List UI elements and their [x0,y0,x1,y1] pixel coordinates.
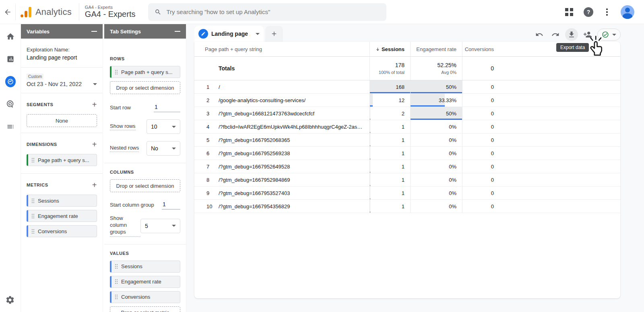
analytics-logo[interactable]: Analytics [15,4,79,20]
totals-engagement-sub: Avg 0% [441,70,456,75]
tab-settings-header: Tab Settings [104,24,186,39]
table-row[interactable]: 9/?gtm_debug=166795352740310%0 [194,187,620,200]
conversions-cell: 0 [462,120,500,133]
undo-button[interactable] [533,28,546,41]
nav-explore-active[interactable] [5,76,16,87]
conversions-cell: 0 [462,160,500,173]
conversions-cell: 0 [462,200,500,213]
date-custom-badge: Custom [27,74,43,80]
more-menu-icon[interactable] [604,8,610,16]
account-name-large: GA4 - Experts [85,10,136,19]
start-column-group-input[interactable] [162,200,180,209]
values-metric-chip[interactable]: Sessions [110,261,180,273]
rows-dimension-chip[interactable]: Page path + query s... [110,66,180,78]
row-path: /?gtm_debug=1668121473763wdcecfcfcf [219,111,318,117]
target-cursor-icon [6,100,15,109]
avatar[interactable] [621,5,634,19]
drop-dimension-label: Drop or select dimension [116,85,174,91]
metric-chip[interactable]: Engagement rate [27,210,97,222]
nested-rows-label: Nested rows [110,145,139,152]
column-header-dimension[interactable]: Page path + query string [194,42,369,56]
column-header-sessions[interactable]: Sessions [369,42,410,56]
table-row[interactable]: 8/?gtm_debug=166795298486910%0 [194,173,620,187]
table-row[interactable]: 5/?gtm_debug=166795206836510%0 [194,133,620,147]
segments-empty-dropzone[interactable]: None [27,114,97,127]
table-row[interactable]: 4/?fbclid=IwAR2EgE6mUpkvWk4hLp68Ibhhhuqg… [194,120,620,133]
export-data-button[interactable] [565,28,578,41]
date-range-selector[interactable]: Custom Oct 23 - Nov 21, 2022 [27,68,97,93]
table-row[interactable]: 1/16850%0 [194,80,620,94]
engagement-cell: 33.33% [410,94,462,107]
search-input[interactable] [167,8,380,15]
plus-icon [270,30,278,37]
nav-admin[interactable] [5,295,15,306]
nav-reports[interactable] [5,54,16,64]
cell-value: 50% [446,111,462,117]
rows-drop-dimension[interactable]: Drop or select dimension [110,81,180,94]
metrics-label: METRICS [27,183,48,187]
totals-sessions: 178 100% of total [369,57,410,80]
apps-grid-icon[interactable] [565,8,573,16]
row-path: /?gtm_debug=1667953527403 [219,190,294,196]
show-column-groups-select[interactable]: 5 [140,219,180,233]
dimensions-label: DIMENSIONS [27,142,57,147]
redo-button[interactable] [549,28,562,41]
cell-value: 2 [402,111,410,117]
row-path: /?gtm_debug=1667952984869 [219,177,294,183]
add-dimension-button[interactable]: + [92,140,97,148]
sessions-cell: 1 [369,173,410,186]
dimension-chip[interactable]: Page path + query s... [27,154,97,166]
cell-value: 12 [399,97,410,103]
add-metric-button[interactable]: + [92,181,97,189]
drag-handle-icon [115,279,118,284]
engagement-cell: 0% [410,147,462,160]
cell-value: 1 [402,137,410,143]
values-metric-chip[interactable]: Conversions [110,291,180,303]
cell-value: 0 [491,97,500,103]
row-number: 7 [194,164,219,170]
nav-home[interactable] [5,31,16,42]
values-drop-metric[interactable]: Drop or select metric [110,306,180,312]
nested-rows-select[interactable]: No [147,141,180,156]
account-switcher[interactable]: GA4 - Experts GA4 - Experts [79,3,144,21]
nested-rows-value: No [151,145,158,152]
help-icon[interactable]: ? [584,7,593,17]
cell-value: 0 [491,84,500,90]
table-row[interactable]: 10/?gtm_debug=166795435682910%0 [194,200,620,213]
values-metric-chip[interactable]: Engagement rate [110,276,180,288]
home-icon [6,32,15,41]
column-header-engagement[interactable]: Engagement rate [410,42,462,56]
table-row[interactable]: 6/?gtm_debug=166795256923810%0 [194,147,620,160]
table-row[interactable]: 7/?gtm_debug=166795264952810%0 [194,160,620,173]
search-bar[interactable] [148,3,386,21]
values-list: SessionsEngagement rateConversions [110,261,180,303]
column-header-conversions[interactable]: Conversions [462,42,500,56]
cell-value: 0% [449,124,462,130]
chevron-down-icon [612,34,616,36]
conversions-cell: 0 [462,80,500,93]
engagement-cell: 50% [410,107,462,120]
columns-drop-dimension[interactable]: Drop or select dimension [110,179,180,192]
undo-icon [535,31,543,39]
table-row[interactable]: 3/?gtm_debug=1668121473763wdcecfcfcf250%… [194,107,620,120]
back-button[interactable] [0,8,15,16]
exploration-name-value[interactable]: Landing page report [27,54,97,61]
add-tab-button[interactable] [265,26,283,42]
nav-advertising[interactable] [5,99,16,109]
conversions-cell: 0 [462,133,500,146]
tab-label: Landing page ... [211,31,250,37]
table-row[interactable]: 2/google-analytics-consulting-services/1… [194,94,620,107]
nav-library[interactable] [5,121,16,132]
show-rows-select[interactable]: 10 [147,119,180,134]
add-segment-button[interactable]: + [92,101,97,109]
metric-chip[interactable]: Conversions [27,225,97,237]
cell-value: 0 [491,150,500,156]
minimize-tab-settings-icon[interactable] [175,31,180,32]
left-nav-rail [0,24,21,312]
minimize-variables-icon[interactable] [91,31,97,32]
metric-chip[interactable]: Sessions [27,195,97,207]
click-hand-cursor-icon [584,35,606,60]
start-row-input[interactable] [154,103,180,112]
tab-landing-page[interactable]: Landing page ... [194,26,264,42]
show-rows-value: 10 [151,123,157,130]
